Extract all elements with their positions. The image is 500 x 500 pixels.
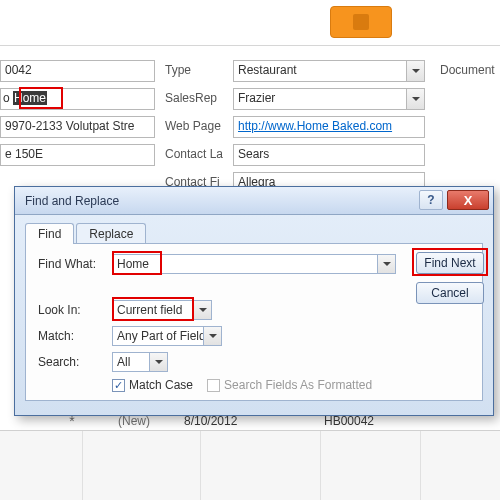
new-record-star[interactable]: * bbox=[60, 413, 84, 429]
find-replace-dialog: Find and Replace ? X Find Replace Find W… bbox=[14, 186, 494, 416]
ribbon-button[interactable] bbox=[330, 6, 392, 38]
label-document: Document bbox=[440, 63, 495, 77]
form-col1-r3[interactable]: e 150E bbox=[0, 144, 155, 166]
ribbon-bar bbox=[0, 0, 500, 46]
cancel-button[interactable]: Cancel bbox=[416, 282, 484, 304]
grid-cell-id[interactable]: HB00042 bbox=[324, 414, 444, 428]
chevron-down-icon[interactable] bbox=[203, 327, 221, 345]
find-next-button[interactable]: Find Next bbox=[416, 252, 484, 274]
selected-text-home: Home bbox=[13, 91, 47, 105]
search-select[interactable]: All bbox=[112, 352, 168, 372]
label-type: Type bbox=[165, 63, 230, 77]
webpage-link[interactable]: http://www.Home Baked.com bbox=[238, 119, 392, 133]
field-webpage[interactable]: http://www.Home Baked.com bbox=[233, 116, 425, 138]
chevron-down-icon[interactable] bbox=[406, 89, 424, 109]
form-col1-r0[interactable]: 0042 bbox=[0, 60, 155, 82]
label-look-in: Look In: bbox=[38, 303, 112, 317]
dialog-help-button[interactable]: ? bbox=[419, 190, 443, 210]
empty-grid-area bbox=[0, 430, 500, 500]
grid-cell-date[interactable]: 8/10/2012 bbox=[184, 414, 324, 428]
ribbon-button-icon bbox=[353, 14, 369, 30]
dialog-tabs: Find Replace bbox=[25, 223, 483, 244]
form-col1-r2[interactable]: 9970-2133 Volutpat Stre bbox=[0, 116, 155, 138]
checkbox-match-case[interactable] bbox=[112, 379, 125, 392]
label-contactla: Contact La bbox=[165, 147, 230, 161]
label-salesrep: SalesRep bbox=[165, 91, 230, 105]
tab-replace[interactable]: Replace bbox=[76, 223, 146, 244]
chevron-down-icon[interactable] bbox=[149, 353, 167, 371]
chevron-down-icon[interactable] bbox=[406, 61, 424, 81]
dialog-close-button[interactable]: X bbox=[447, 190, 489, 210]
label-search: Search: bbox=[38, 355, 112, 369]
field-salesrep[interactable]: Frazier bbox=[233, 88, 425, 110]
subform-grid: * (New) 8/10/2012 HB00042 bbox=[60, 410, 500, 432]
dialog-body: Find Replace Find What: Home Look In: Cu… bbox=[15, 215, 493, 415]
find-what-input[interactable]: Home bbox=[112, 254, 396, 274]
chevron-down-icon[interactable] bbox=[377, 255, 395, 273]
label-search-formatted: Search Fields As Formatted bbox=[224, 378, 372, 392]
form-col1-r1[interactable]: o Home bbox=[0, 88, 155, 110]
label-webpage: Web Page bbox=[165, 119, 230, 133]
field-type[interactable]: Restaurant bbox=[233, 60, 425, 82]
label-find-what: Find What: bbox=[38, 257, 112, 271]
tab-find[interactable]: Find bbox=[25, 223, 74, 244]
label-match: Match: bbox=[38, 329, 112, 343]
dialog-title: Find and Replace bbox=[25, 194, 119, 208]
label-match-case: Match Case bbox=[129, 378, 193, 392]
look-in-select[interactable]: Current field bbox=[112, 300, 212, 320]
chevron-down-icon[interactable] bbox=[193, 301, 211, 319]
grid-cell-new[interactable]: (New) bbox=[84, 414, 184, 428]
tab-panel-find: Find What: Home Look In: Current field M… bbox=[25, 243, 483, 401]
dialog-titlebar[interactable]: Find and Replace ? X bbox=[15, 187, 493, 215]
match-select[interactable]: Any Part of Field bbox=[112, 326, 222, 346]
field-contactla[interactable]: Sears bbox=[233, 144, 425, 166]
checkbox-search-formatted bbox=[207, 379, 220, 392]
